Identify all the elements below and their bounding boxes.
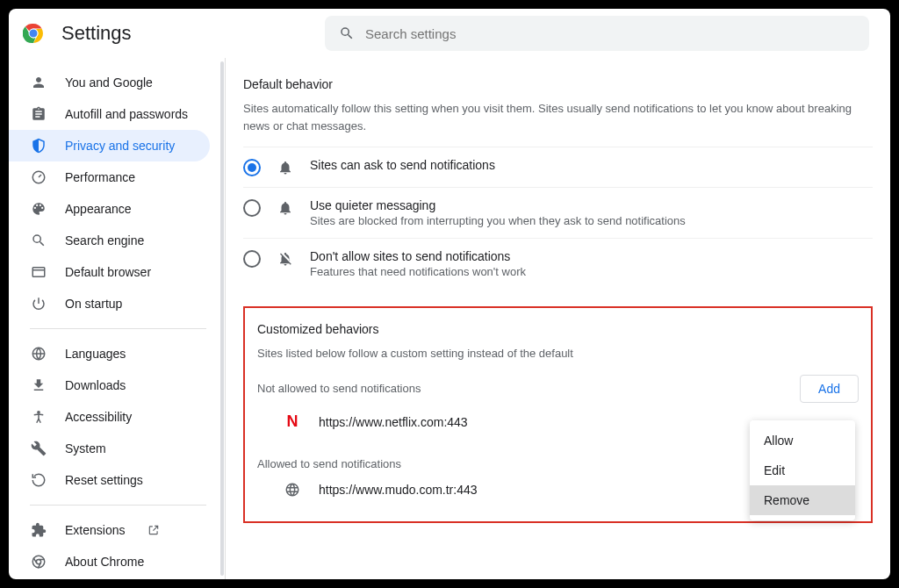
external-link-icon bbox=[147, 524, 160, 536]
divider bbox=[30, 505, 206, 506]
search-box[interactable] bbox=[325, 16, 869, 51]
nav-label: System bbox=[65, 441, 106, 455]
nav-label: You and Google bbox=[65, 75, 153, 90]
blocked-section-header: Not allowed to send notifications Add bbox=[257, 375, 859, 403]
palette-icon bbox=[30, 201, 47, 217]
sidebar-item-downloads[interactable]: Downloads bbox=[9, 369, 210, 401]
nav-label: Extensions bbox=[65, 523, 125, 537]
sidebar-item-default-browser[interactable]: Default browser bbox=[9, 256, 210, 288]
option-ask-to-send[interactable]: Sites can ask to send notifications bbox=[243, 147, 873, 187]
context-menu: Allow Edit Remove bbox=[750, 420, 855, 520]
settings-app: Settings You and Google Autofill and pas… bbox=[9, 9, 890, 579]
nav-label: On startup bbox=[65, 297, 122, 311]
sidebar-item-you-and-google[interactable]: You and Google bbox=[9, 67, 210, 98]
sidebar-item-on-startup[interactable]: On startup bbox=[9, 288, 210, 319]
accessibility-icon bbox=[30, 409, 47, 425]
option-dont-allow[interactable]: Don't allow sites to send notifications … bbox=[243, 238, 873, 289]
option-title: Use quieter messaging bbox=[310, 198, 873, 212]
sidebar-item-languages[interactable]: Languages bbox=[9, 338, 210, 369]
nav-label: Performance bbox=[65, 170, 135, 184]
content-area: Default behavior Sites automatically fol… bbox=[225, 58, 890, 579]
site-url: https://www.mudo.com.tr:443 bbox=[319, 483, 790, 497]
sidebar-item-privacy-security[interactable]: Privacy and security bbox=[9, 130, 210, 161]
blocked-label: Not allowed to send notifications bbox=[257, 382, 421, 395]
globe-icon bbox=[30, 346, 47, 362]
customized-behaviors-box: Customized behaviors Sites listed below … bbox=[243, 306, 873, 523]
nav-label: Appearance bbox=[65, 202, 132, 216]
bell-off-icon bbox=[277, 251, 294, 267]
shield-icon bbox=[30, 138, 47, 154]
option-sub: Sites are blocked from interrupting you … bbox=[310, 214, 873, 227]
sidebar: You and Google Autofill and passwords Pr… bbox=[9, 58, 225, 579]
sidebar-item-performance[interactable]: Performance bbox=[9, 161, 210, 193]
radio-checked-icon[interactable] bbox=[243, 159, 261, 176]
sidebar-item-accessibility[interactable]: Accessibility bbox=[9, 401, 210, 433]
reset-icon bbox=[30, 472, 47, 488]
nav-label: Autofill and passwords bbox=[65, 107, 188, 121]
bell-icon bbox=[277, 200, 294, 216]
radio-unchecked-icon[interactable] bbox=[243, 250, 261, 268]
divider bbox=[30, 328, 206, 329]
netflix-favicon-icon: N bbox=[284, 413, 301, 431]
menu-item-edit[interactable]: Edit bbox=[750, 455, 855, 485]
wrench-icon bbox=[30, 441, 47, 456]
radio-unchecked-icon[interactable] bbox=[243, 199, 261, 217]
sidebar-item-system[interactable]: System bbox=[9, 433, 210, 464]
person-icon bbox=[30, 75, 47, 90]
default-behavior-desc: Sites automatically follow this setting … bbox=[243, 100, 873, 134]
nav-label: Reset settings bbox=[65, 473, 143, 487]
nav-label: Accessibility bbox=[65, 410, 132, 424]
scrollbar[interactable] bbox=[220, 61, 224, 576]
header: Settings bbox=[9, 9, 890, 58]
page-title: Settings bbox=[61, 22, 132, 45]
search-input[interactable] bbox=[365, 26, 855, 41]
search-icon bbox=[30, 233, 47, 248]
option-title: Don't allow sites to send notifications bbox=[310, 249, 873, 263]
allowed-label: Allowed to send notifications bbox=[257, 457, 401, 470]
nav-label: Privacy and security bbox=[65, 139, 175, 153]
menu-item-remove[interactable]: Remove bbox=[750, 485, 855, 515]
bell-icon bbox=[277, 160, 294, 176]
sidebar-item-reset[interactable]: Reset settings bbox=[9, 464, 210, 496]
option-title: Sites can ask to send notifications bbox=[310, 158, 873, 172]
nav-label: Downloads bbox=[65, 378, 126, 392]
default-behavior-title: Default behavior bbox=[243, 77, 873, 91]
globe-favicon-icon bbox=[284, 481, 301, 498]
extension-icon bbox=[30, 522, 47, 538]
sidebar-item-autofill[interactable]: Autofill and passwords bbox=[9, 98, 210, 130]
svg-point-6 bbox=[38, 412, 40, 413]
sidebar-item-appearance[interactable]: Appearance bbox=[9, 193, 210, 225]
search-icon bbox=[339, 25, 355, 41]
customized-desc: Sites listed below follow a custom setti… bbox=[257, 345, 859, 362]
svg-rect-4 bbox=[32, 268, 45, 277]
power-icon bbox=[30, 296, 47, 312]
customized-title: Customized behaviors bbox=[257, 322, 859, 336]
sidebar-item-about[interactable]: About Chrome bbox=[9, 546, 210, 577]
nav-label: Default browser bbox=[65, 265, 151, 279]
nav-label: Languages bbox=[65, 347, 126, 361]
clipboard-icon bbox=[30, 106, 47, 122]
chrome-icon bbox=[30, 554, 47, 570]
chrome-logo-icon bbox=[23, 23, 44, 44]
speedometer-icon bbox=[30, 169, 47, 185]
option-sub: Features that need notifications won't w… bbox=[310, 265, 873, 278]
browser-icon bbox=[30, 264, 47, 280]
nav-label: About Chrome bbox=[65, 555, 144, 569]
add-blocked-button[interactable]: Add bbox=[800, 375, 859, 403]
option-quieter-messaging[interactable]: Use quieter messaging Sites are blocked … bbox=[243, 187, 873, 238]
download-icon bbox=[30, 377, 47, 393]
menu-item-allow[interactable]: Allow bbox=[750, 426, 855, 455]
sidebar-item-search-engine[interactable]: Search engine bbox=[9, 225, 210, 256]
nav-label: Search engine bbox=[65, 233, 144, 247]
body: You and Google Autofill and passwords Pr… bbox=[9, 58, 890, 579]
sidebar-item-extensions[interactable]: Extensions bbox=[9, 514, 210, 546]
